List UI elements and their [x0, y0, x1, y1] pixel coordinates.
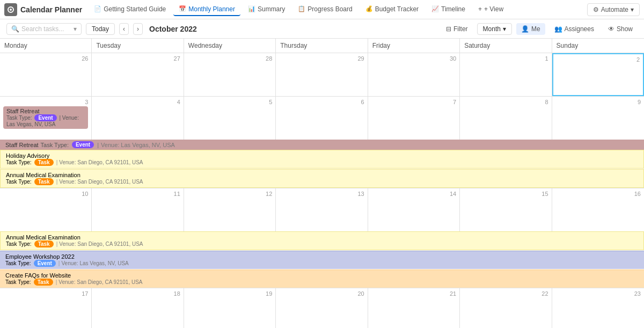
day-3[interactable]: 3 Staff Retreat Task Type: Event | Venue… [0, 97, 92, 140]
create-faqs-label: Create FAQs for Website [5, 272, 639, 279]
staff-retreat-span-badge: Event [72, 141, 94, 148]
automate-button[interactable]: ⚙ Automate ▾ [587, 3, 640, 16]
toolbar: 🔍 Search tasks... ▾ Today ‹ › October 20… [0, 19, 644, 39]
create-faqs-event[interactable]: Create FAQs for Website Task Type: Task … [0, 269, 644, 288]
task-type-label: Task Type: [6, 115, 33, 121]
staff-retreat-venue: Las Vegas, NV, USA [6, 121, 55, 127]
day-13[interactable]: 13 [276, 188, 368, 231]
day-8[interactable]: 8 [460, 97, 552, 140]
week-row-2-container: 3 Staff Retreat Task Type: Event | Venue… [0, 97, 644, 188]
staff-retreat-badge: Event [34, 114, 56, 121]
day-4[interactable]: 4 [92, 97, 184, 140]
tab-monthly-planner[interactable]: 📅 Monthly Planner [173, 3, 240, 16]
top-nav: Calendar Planner 📄 Getting Started Guide… [0, 0, 644, 19]
day-num-4: 4 [95, 99, 180, 106]
day-9[interactable]: 9 [552, 97, 644, 140]
month-view-button[interactable]: Month ▾ [477, 23, 512, 35]
filter-label: Filter [453, 25, 468, 33]
day-num-19: 19 [187, 290, 272, 298]
day-num-13: 13 [279, 191, 364, 198]
staff-retreat-cell-event[interactable]: Staff Retreat Task Type: Event | Venue: … [3, 106, 88, 129]
day-12[interactable]: 12 [184, 188, 276, 231]
day-14[interactable]: 14 [368, 188, 460, 231]
annual-medical-1-label: Annual Medical Examination [6, 172, 638, 178]
employee-workshop-detail: Task Type: Event | Venue: Las Vegas, NV,… [5, 260, 639, 267]
header-tuesday: Tuesday [92, 39, 184, 53]
staff-retreat-spanning[interactable]: Staff Retreat Task Type: Event | Venue: … [0, 140, 644, 150]
holiday-advisory-detail: Task Type: Task | Venue: San Diego, CA 9… [6, 159, 638, 166]
header-monday: Monday [0, 39, 92, 53]
assignees-button[interactable]: 👥 Assignees [550, 23, 599, 35]
day-num-10: 10 [3, 191, 88, 198]
day-10[interactable]: 10 [0, 188, 92, 231]
month-display: October 2022 [149, 25, 197, 33]
day-11[interactable]: 11 [92, 188, 184, 231]
day-2-sunday[interactable]: 2 [552, 53, 644, 96]
day-5[interactable]: 5 [184, 97, 276, 140]
day-num-29: 29 [279, 55, 364, 63]
eye-icon: 👁 [608, 25, 614, 33]
day-num-5: 5 [187, 99, 272, 106]
day-num-14: 14 [371, 191, 456, 198]
view-button[interactable]: + + View [473, 3, 509, 16]
app-logo-icon [4, 3, 17, 16]
money-icon: 💰 [365, 5, 373, 12]
day-num-18: 18 [95, 290, 180, 298]
me-filter-button[interactable]: 👤 Me [516, 23, 545, 35]
create-faqs-detail: Task Type: Task | Venue: San Diego, CA 9… [5, 279, 639, 286]
show-label: Show [617, 25, 633, 33]
day-22[interactable]: 22 [460, 288, 552, 328]
annual-medical-2-detail: Task Type: Task | Venue: San Diego, CA 9… [6, 240, 638, 247]
search-placeholder: Search tasks... [21, 25, 64, 33]
day-23[interactable]: 23 [552, 288, 644, 328]
holiday-advisory-event[interactable]: Holiday Advisory Task Type: Task | Venue… [0, 150, 644, 169]
day-29[interactable]: 29 [276, 53, 368, 96]
annual-medical-event-2[interactable]: Annual Medical Examination Task Type: Ta… [0, 231, 644, 250]
day-num-16: 16 [555, 191, 641, 198]
workshop-event-badge: Event [34, 260, 56, 267]
day-26[interactable]: 26 [0, 53, 92, 96]
staff-retreat-detail: Task Type: Event | Venue: Las Vegas, NV,… [6, 114, 85, 127]
medical-task-badge-1: Task [34, 178, 54, 185]
filter-button[interactable]: ⊟ Filter [441, 23, 473, 35]
medical-task-badge-2: Task [34, 240, 54, 247]
filter-icon: ⊟ [446, 25, 451, 33]
day-27[interactable]: 27 [92, 53, 184, 96]
app-logo: Calendar Planner [4, 3, 82, 16]
day-17[interactable]: 17 [0, 288, 92, 328]
day-16[interactable]: 16 [552, 188, 644, 231]
day-num-30: 30 [371, 55, 456, 63]
tab-getting-started[interactable]: 📄 Getting Started Guide [89, 3, 171, 16]
week-row-1: 26 27 28 29 30 1 2 [0, 53, 644, 97]
show-button[interactable]: 👁 Show [603, 23, 638, 35]
nav-right: ⚙ Automate ▾ [587, 3, 640, 16]
task-type-text: Task Type: [41, 142, 69, 148]
day-7[interactable]: 7 [368, 97, 460, 140]
tab-budget-tracker[interactable]: 💰 Budget Tracker [360, 3, 424, 16]
day-6[interactable]: 6 [276, 97, 368, 140]
next-month-button[interactable]: › [133, 23, 143, 35]
tab-timeline-label: Timeline [441, 5, 465, 13]
day-1[interactable]: 1 [460, 53, 552, 96]
automate-icon: ⚙ [593, 6, 599, 13]
prev-month-button[interactable]: ‹ [119, 23, 129, 35]
day-15[interactable]: 15 [460, 188, 552, 231]
day-20[interactable]: 20 [276, 288, 368, 328]
day-30[interactable]: 30 [368, 53, 460, 96]
day-28[interactable]: 28 [184, 53, 276, 96]
day-19[interactable]: 19 [184, 288, 276, 328]
annual-medical-event-1[interactable]: Annual Medical Examination Task Type: Ta… [0, 169, 644, 188]
day-num-7: 7 [371, 99, 456, 106]
tab-progress-board[interactable]: 📋 Progress Board [292, 3, 357, 16]
employee-workshop-event[interactable]: Employee Workshop 2022 Task Type: Event … [0, 251, 644, 269]
tab-progress-board-label: Progress Board [308, 5, 352, 13]
search-box[interactable]: 🔍 Search tasks... ▾ [6, 23, 82, 35]
tab-summary[interactable]: 📊 Summary [243, 3, 290, 16]
tab-timeline[interactable]: 📈 Timeline [426, 3, 471, 16]
day-18[interactable]: 18 [92, 288, 184, 328]
today-button[interactable]: Today [86, 23, 115, 35]
doc-icon: 📄 [94, 5, 101, 12]
timeline-icon: 📈 [431, 5, 439, 12]
day-21[interactable]: 21 [368, 288, 460, 328]
day-num-21: 21 [371, 290, 456, 298]
